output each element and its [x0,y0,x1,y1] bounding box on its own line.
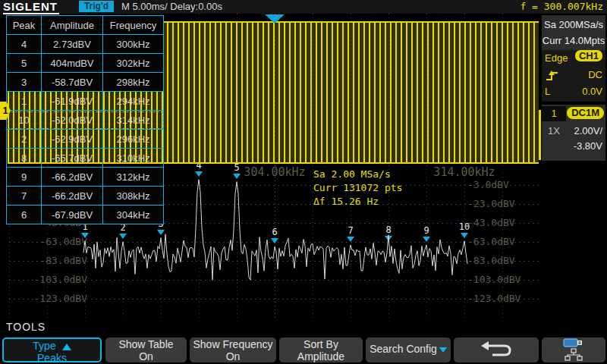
table-row[interactable]: 6-67.9dBV304kHz [7,206,164,224]
table-row[interactable]: 42.73dBV300kHz [7,35,164,54]
trigger-settings[interactable]: Edge CH1 DC L 0.0V [542,50,605,102]
softkey-sort-by[interactable]: Sort By Amplitude [279,337,363,362]
table-row[interactable]: 9-66.2dBV312kHz [7,168,164,187]
col-header-amplitude: Amplitude [42,16,103,35]
cell-amplitude: -66.2dBV [42,168,103,187]
table-row[interactable]: 10-62.0dBV314kHz [7,111,164,130]
fft-sample-rate: Sa 2.00 MSa/s [313,168,402,181]
channel-number: 1 [542,106,566,121]
softkey-back[interactable] [454,337,539,362]
lan-icon [542,348,605,361]
cell-amplitude: -66.2dBV [42,187,103,206]
softkey-search-config[interactable]: Search Config [366,337,451,362]
cell-amplitude: 2.73dBV [42,35,103,54]
cell-peak: 6 [7,206,42,224]
channel-coupling-badge: DC1M [567,107,604,119]
cell-frequency: 296kHz [103,130,164,149]
col-header-peak: Peak [7,16,42,35]
cell-peak: 1 [7,92,42,111]
volts-per-div: 2.00V/ [574,125,602,136]
cell-peak: 7 [7,187,42,206]
cell-frequency: 298kHz [103,73,164,92]
channel-offset: -3.80V [574,140,602,152]
cell-peak: 5 [7,54,42,73]
sample-rate: Sa 200MSa/s [542,17,605,33]
fft-info: Sa 2.00 MSa/s Curr 131072 pts Δf 15.26 H… [313,168,402,209]
return-arrow-icon [479,339,514,360]
cell-peak: 2 [7,130,42,149]
cell-amplitude: -62.9dBV [42,130,103,149]
cell-frequency: 304kHz [103,206,164,224]
probe-attenuation: 1X [548,125,560,136]
cell-amplitude: -67.9dBV [42,206,103,224]
sidebar: Sa 200MSa/s Curr 14.0Mpts Edge CH1 DC L … [540,14,607,337]
peak-table: Peak Amplitude Frequency 42.73dBV300kHz5… [6,15,164,224]
up-arrow-icon [62,344,71,350]
softkey-type-value: Peaks [4,352,100,364]
cell-amplitude: -65.7dBV [42,149,103,168]
peak-table-header: Peak Amplitude Frequency [7,16,164,35]
rising-edge-icon [545,67,560,83]
table-row[interactable]: 3-58.7dBV298kHz [7,73,164,92]
cell-frequency: 314kHz [103,111,164,130]
softkey-menu: Type Peaks Show Table On Show Frequency … [0,336,607,364]
siglent-logo: SIGLENT [3,0,59,14]
table-row[interactable]: 7-66.2dBV308kHz [7,187,164,206]
fft-points: Curr 131072 pts [313,181,402,195]
menu-title: TOOLS [6,321,46,333]
cell-peak: 9 [7,168,42,187]
table-row[interactable]: 5404mdBV302kHz [7,54,164,73]
status-bar: SIGLENT Trig'd M 5.00ms/ Delay:0.00s f =… [0,0,607,14]
trigger-coupling: DC [588,67,602,83]
frequency-counter: f = 300.007kHz [520,1,603,12]
trigger-level-label: L [545,83,550,100]
down-arrow-icon [439,347,447,353]
softkey-show-frequency[interactable]: Show Frequency On [190,337,276,362]
cell-peak: 8 [7,149,42,168]
trigger-mode: Edge [545,50,568,67]
trigger-position-marker[interactable] [265,14,285,24]
table-row[interactable]: 8-65.7dBV310kHz [7,149,164,168]
usb-icon [542,337,605,348]
cell-amplitude: -61.9dBV [42,92,103,111]
softkey-show-table[interactable]: Show Table On [105,337,187,362]
channel1-settings[interactable]: 1 DC1M 1X 2.00V/ -3.80V [542,105,605,161]
cell-peak: 10 [7,111,42,130]
cell-frequency: 310kHz [103,149,164,168]
status-icons [542,337,605,362]
timebase-readout: M 5.00ms/ Delay:0.00s [121,1,222,12]
trigger-status-badge: Trig'd [79,1,114,12]
table-row[interactable]: 2-62.9dBV296kHz [7,130,164,149]
acquisition-info[interactable]: Sa 200MSa/s Curr 14.0Mpts [542,15,605,50]
col-header-frequency: Frequency [103,16,164,35]
oscilloscope-screen: -3.0dBV-3.0dBV-23.0dBV-23.0dBV-43.0dBV-4… [0,0,607,364]
cell-frequency: 308kHz [103,187,164,206]
cell-amplitude: -62.0dBV [42,111,103,130]
softkey-type[interactable]: Type Peaks [2,337,102,362]
fft-delta-f: Δf 15.26 Hz [313,195,402,209]
trigger-level: 0.0V [582,83,602,100]
cell-peak: 4 [7,35,42,54]
trigger-source-badge: CH1 [575,50,602,61]
cell-amplitude: 404mdBV [42,54,103,73]
cell-peak: 3 [7,73,42,92]
cell-frequency: 300kHz [103,35,164,54]
cell-frequency: 294kHz [103,92,164,111]
cell-frequency: 302kHz [103,54,164,73]
memory-depth: Curr 14.0Mpts [542,33,605,49]
channel1-color-bar [539,110,541,160]
cell-amplitude: -58.7dBV [42,73,103,92]
cell-frequency: 312kHz [103,168,164,187]
softkey-type-label: Type [33,340,55,352]
table-row[interactable]: 1-61.9dBV294kHz [7,92,164,111]
